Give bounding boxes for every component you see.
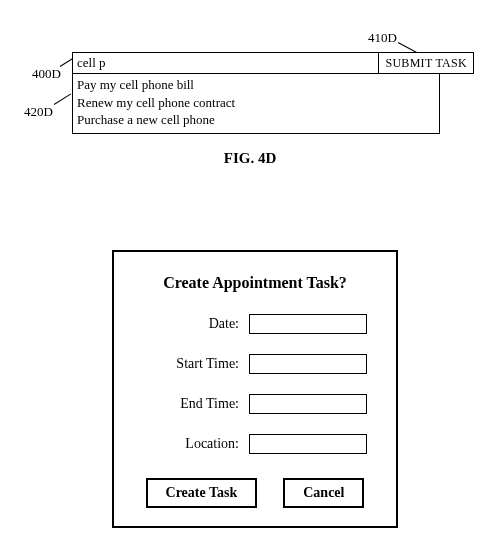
task-input[interactable] — [72, 52, 379, 74]
dialog-title: Create Appointment Task? — [163, 274, 347, 292]
callout-410d: 410D — [368, 30, 397, 46]
submit-task-button[interactable]: SUBMIT TASK — [379, 52, 474, 74]
start-time-label: Start Time: — [134, 356, 249, 372]
create-appointment-dialog: Create Appointment Task? Date: Start Tim… — [112, 250, 398, 528]
cancel-button[interactable]: Cancel — [283, 478, 364, 508]
end-time-label: End Time: — [134, 396, 249, 412]
callout-420d: 420D — [24, 104, 53, 120]
date-field[interactable] — [249, 314, 367, 334]
suggestion-item[interactable]: Pay my cell phone bill — [77, 76, 435, 94]
callout-400d: 400D — [32, 66, 61, 82]
suggestion-item[interactable]: Renew my cell phone contract — [77, 94, 435, 112]
suggestion-item[interactable]: Purchase a new cell phone — [77, 111, 435, 129]
end-time-field[interactable] — [249, 394, 367, 414]
suggestion-list: Pay my cell phone bill Renew my cell pho… — [72, 74, 440, 134]
task-search: SUBMIT TASK Pay my cell phone bill Renew… — [72, 52, 474, 134]
location-field[interactable] — [249, 434, 367, 454]
figure-caption: FIG. 4D — [0, 150, 500, 167]
lead-420d — [54, 93, 71, 104]
date-label: Date: — [134, 316, 249, 332]
start-time-field[interactable] — [249, 354, 367, 374]
location-label: Location: — [134, 436, 249, 452]
create-task-button[interactable]: Create Task — [146, 478, 258, 508]
